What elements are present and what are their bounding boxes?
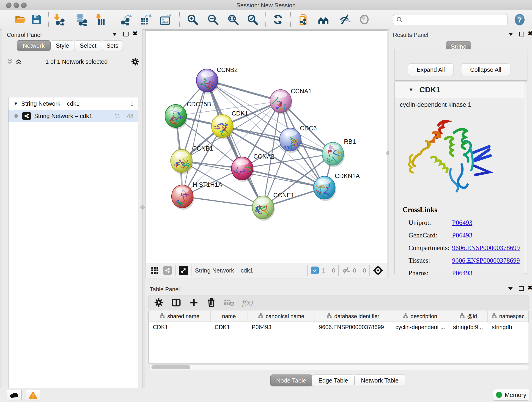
zoom-selected-button[interactable] xyxy=(246,13,259,26)
results-panel-menu-icon[interactable] xyxy=(508,33,513,36)
edge-CCNB2-CCNE1[interactable] xyxy=(207,80,263,207)
gene-header-row[interactable]: ▼ CDK1 xyxy=(395,82,527,98)
table-panel-menu-icon[interactable] xyxy=(508,287,513,290)
tab-network-table[interactable]: Network Table xyxy=(355,375,405,386)
crosslink-link[interactable]: 9606.ENSP00000378699 xyxy=(452,257,520,264)
edge-HIST1H1A-CCNE1[interactable] xyxy=(182,196,263,207)
gear-icon[interactable] xyxy=(131,57,139,66)
crosslink-link[interactable]: P06493 xyxy=(452,231,472,239)
node-CDKN1A[interactable]: CDKN1A xyxy=(314,172,360,206)
show-all-button[interactable] xyxy=(358,13,371,26)
import-network-file-button[interactable] xyxy=(53,13,66,26)
control-panel-menu-icon[interactable] xyxy=(112,33,117,36)
table-panel-float-icon[interactable] xyxy=(519,286,524,291)
add-column-icon[interactable] xyxy=(189,298,199,307)
collapse-all-icon[interactable] xyxy=(6,58,13,65)
cloud-icon xyxy=(10,392,19,399)
results-panel-close-icon[interactable]: ✖ xyxy=(528,31,532,36)
network-tree-item-row[interactable]: String Network – cdk1 11 48 xyxy=(8,110,138,122)
selected-nodes-checkbox[interactable] xyxy=(311,267,319,274)
zoom-in-button[interactable] xyxy=(186,13,199,26)
results-scrollbar[interactable] xyxy=(524,83,527,274)
tab-edge-table[interactable]: Edge Table xyxy=(312,375,355,386)
collapse-all-button[interactable]: Collapse All xyxy=(461,64,510,76)
tree-collapse-caret-icon[interactable]: ▼ xyxy=(13,101,18,106)
hidden-node-edge-counts: 0 – 0 xyxy=(353,267,366,274)
table-cell[interactable]: P06493 xyxy=(247,322,315,332)
expand-all-button[interactable]: Expand All xyxy=(408,64,453,76)
help-button[interactable]: ? xyxy=(514,14,526,27)
gene-collapse-caret-icon[interactable]: ▼ xyxy=(409,87,413,93)
network-tree-root-row[interactable]: ▼ String Network – cdk1 1 xyxy=(8,97,138,110)
table-horizontal-scrollbar[interactable] xyxy=(149,364,528,370)
column-header-canonical-name[interactable]: canonical name xyxy=(247,311,315,322)
table-cell[interactable]: cyclin-dependent ... xyxy=(391,322,449,332)
show-column-icon[interactable] xyxy=(171,298,181,307)
crosslink-link[interactable]: 9606.ENSP00000378699 xyxy=(452,244,520,252)
control-panel-float-icon[interactable] xyxy=(123,32,128,36)
edge-CCNA2-CDKN1A[interactable] xyxy=(242,168,324,188)
tab-node-table[interactable]: Node Table xyxy=(270,375,312,386)
table-panel-close-icon[interactable]: ✖ xyxy=(527,286,532,290)
node-RB1[interactable]: RB1 xyxy=(322,138,356,174)
column-header-name[interactable]: name xyxy=(210,311,248,322)
scrollbar-thumb[interactable] xyxy=(152,365,190,369)
control-panel-close-icon[interactable]: ✖ xyxy=(133,31,138,36)
column-header--id[interactable]: @id xyxy=(449,311,488,322)
column-header-database-identifier[interactable]: database identifier xyxy=(315,311,391,322)
table-cell[interactable]: 9606.ENSP00000378699 xyxy=(315,322,391,332)
table-cell[interactable]: CDK1 xyxy=(149,322,210,332)
expand-all-icon[interactable] xyxy=(15,58,22,65)
home-view-button[interactable] xyxy=(317,13,330,26)
table-cell[interactable]: stringdb xyxy=(488,322,529,332)
pan-target-icon[interactable] xyxy=(373,265,383,276)
table-cell[interactable]: stringdb:9... xyxy=(449,322,488,332)
eye-slash-icon xyxy=(339,13,351,26)
table-cell[interactable]: CDK1 xyxy=(210,322,248,332)
zoom-out-button[interactable] xyxy=(206,13,220,26)
zoom-fit-button[interactable] xyxy=(226,13,240,26)
hide-selected-button[interactable] xyxy=(338,13,351,26)
column-header-description[interactable]: description xyxy=(391,311,449,322)
table-row[interactable]: CDK1CDK1P064939606.ENSP00000378699cyclin… xyxy=(149,322,529,332)
crosslink-link[interactable]: P06493 xyxy=(452,269,472,277)
tab-network[interactable]: Network xyxy=(17,40,51,51)
results-panel-float-icon[interactable] xyxy=(519,32,524,36)
open-session-button[interactable] xyxy=(14,13,27,26)
column-header-shared-name[interactable]: shared name xyxy=(149,311,210,322)
birdseye-view-icon[interactable] xyxy=(179,266,188,275)
tab-style[interactable]: Style xyxy=(51,40,74,51)
node-CCNE1[interactable]: CCNE1 xyxy=(252,192,294,222)
network-share-icon[interactable] xyxy=(163,266,172,275)
clone-network-button[interactable] xyxy=(298,13,311,26)
network-column-icon xyxy=(491,313,497,320)
edge-CCNB2-HIST1H1A[interactable] xyxy=(182,80,207,196)
grid-view-icon[interactable] xyxy=(151,267,159,274)
node-CDC25B[interactable]: CDC25B xyxy=(165,101,211,129)
tab-sets[interactable]: Sets xyxy=(102,40,123,51)
crosslink-link[interactable]: P06493 xyxy=(452,219,472,226)
export-table-button[interactable] xyxy=(139,13,152,26)
export-image-button[interactable] xyxy=(158,13,172,26)
refresh-view-button[interactable] xyxy=(271,13,285,26)
save-session-button[interactable] xyxy=(30,13,43,26)
column-header-namespac[interactable]: namespac xyxy=(488,311,529,322)
export-network-button[interactable] xyxy=(120,13,133,26)
left-splitter-handle[interactable] xyxy=(140,205,145,210)
import-network-database-button[interactable] xyxy=(75,13,88,26)
network-canvas[interactable]: CCNB2CCNA1CDC25BCDK1CDC6RB1CCNB1CCNA2CDK… xyxy=(145,31,387,263)
node-CDC6[interactable]: CDC6 xyxy=(279,125,317,161)
network-graph[interactable]: CCNB2CCNA1CDC25BCDK1CDC6RB1CCNB1CCNA2CDK… xyxy=(146,31,387,263)
delete-column-icon[interactable] xyxy=(206,298,216,307)
search-input[interactable] xyxy=(405,16,505,23)
table-tabs: Node TableEdge TableNetwork Table xyxy=(270,375,405,386)
zoom-selected-icon xyxy=(247,13,259,26)
import-table-file-button[interactable] xyxy=(94,13,107,26)
warning-button[interactable] xyxy=(26,390,40,400)
node-CCNA2[interactable]: CCNA2 xyxy=(228,153,274,182)
node-HIST1H1A[interactable]: HIST1H1A xyxy=(171,181,222,214)
memory-button[interactable]: Memory xyxy=(493,389,529,401)
table-gear-icon[interactable] xyxy=(154,298,163,307)
tab-select[interactable]: Select xyxy=(74,40,102,51)
cloud-button[interactable] xyxy=(7,390,22,400)
